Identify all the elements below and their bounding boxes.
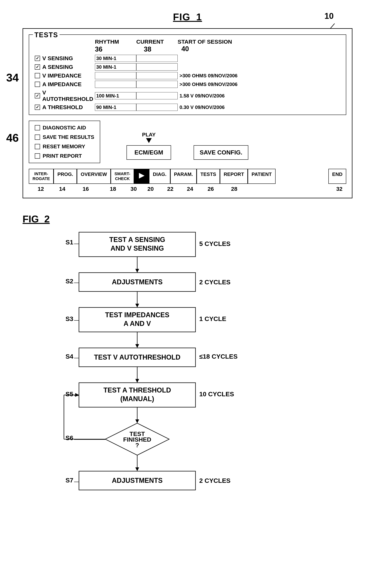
a-impedance-session: >300 OHMS 09/NOV/2006 <box>178 82 340 87</box>
current-header: CURRENT <box>136 39 164 45</box>
svg-text:?: ? <box>135 442 139 449</box>
a-sensing-checkbox[interactable] <box>35 64 40 70</box>
print-report-item: PRINT REPORT <box>35 153 94 159</box>
diagnostic-aid-item: DIAGNOSTIC AID <box>35 125 94 131</box>
v-impedance-label: V IMPEDANCE <box>35 73 95 79</box>
a-sensing-current <box>136 63 178 71</box>
session-header: START OF SESSION <box>178 39 232 45</box>
nav-end[interactable]: END <box>328 169 346 184</box>
save-results-item: SAVE THE RESULTS <box>35 134 94 140</box>
svg-text:S2: S2 <box>65 278 73 285</box>
play-arrow-icon <box>146 138 152 143</box>
v-autothreshold-checkbox[interactable] <box>35 93 40 98</box>
svg-marker-32 <box>135 379 139 383</box>
flowchart-svg: TEST A SENSING AND V SENSING S1 5 CYCLES… <box>41 228 304 588</box>
reset-memory-label: RESET MEMORY <box>43 144 85 150</box>
svg-text:TEST A THRESHOLD: TEST A THRESHOLD <box>103 386 171 394</box>
ref-38: 38 <box>144 45 151 53</box>
nav-smartcheck[interactable]: SMART-CHECK <box>111 169 134 184</box>
a-impedance-label: A IMPEDANCE <box>35 81 95 87</box>
svg-marker-25 <box>135 344 139 348</box>
svg-text:TEST V AUTOTHRESHOLD: TEST V AUTOTHRESHOLD <box>94 353 181 361</box>
svg-text:S7: S7 <box>65 477 73 484</box>
svg-text:(MANUAL): (MANUAL) <box>120 395 154 403</box>
v-impedance-current <box>136 72 178 79</box>
diagnostic-aid-checkbox[interactable] <box>35 125 40 130</box>
v-autothreshold-current <box>136 92 178 99</box>
v-autothreshold-label: V AUTOTHRESHOLD <box>35 89 95 102</box>
nav-play[interactable]: ▶ <box>134 169 149 184</box>
svg-marker-40 <box>135 420 139 423</box>
reset-memory-item: RESET MEMORY <box>35 144 94 150</box>
svg-marker-17 <box>135 304 139 307</box>
a-impedance-checkbox[interactable] <box>35 82 40 87</box>
svg-text:AND V SENSING: AND V SENSING <box>111 244 164 252</box>
svg-text:S1: S1 <box>65 239 73 246</box>
a-impedance-rhythm <box>95 81 136 88</box>
svg-marker-52 <box>135 467 139 471</box>
svg-text:ADJUSTMENTS: ADJUSTMENTS <box>112 278 162 286</box>
play-label: PLAY <box>142 132 156 138</box>
a-threshold-current <box>136 104 178 111</box>
svg-text:2 CYCLES: 2 CYCLES <box>199 477 231 484</box>
a-threshold-label: A THRESHOLD <box>35 104 95 110</box>
v-autothreshold-session: 1.58 V 09/NOV/2006 <box>178 93 340 99</box>
v-sensing-current <box>136 55 178 62</box>
nav-report[interactable]: REPORT <box>220 169 248 184</box>
ecm-egm-button[interactable]: ECM/EGM <box>126 145 171 160</box>
nav-diag[interactable]: DIAG. <box>149 169 170 184</box>
v-impedance-checkbox[interactable] <box>35 73 40 78</box>
fig1-title: FIG_1 <box>0 11 375 22</box>
nav-bar: INTER-ROGATE PROG. OVERVIEW SMART-CHECK … <box>29 169 346 184</box>
brace-34: 34 <box>6 29 19 127</box>
a-threshold-checkbox[interactable] <box>35 105 40 110</box>
nav-interrogate[interactable]: INTER-ROGATE <box>29 169 54 184</box>
a-sensing-label: A SENSING <box>35 64 95 70</box>
svg-text:10 CYCLES: 10 CYCLES <box>199 390 234 398</box>
ref-10: 10 <box>324 11 334 21</box>
nav-patient[interactable]: PATIENT <box>248 169 275 184</box>
v-impedance-rhythm <box>95 72 136 79</box>
nav-refs: 12 14 16 18 30 20 22 24 26 28 32 <box>29 186 346 192</box>
svg-text:ADJUSTMENTS: ADJUSTMENTS <box>112 477 162 484</box>
v-sensing-label: V SENSING <box>35 55 95 62</box>
print-report-checkbox[interactable] <box>35 153 40 159</box>
svg-marker-10 <box>135 269 139 273</box>
svg-text:A AND V: A AND V <box>123 320 151 327</box>
v-sensing-checkbox[interactable] <box>35 56 40 61</box>
a-threshold-rhythm: 90 MIN-1 <box>95 104 136 111</box>
nav-param[interactable]: PARAM. <box>170 169 197 184</box>
fig2-container: FIG_2 TEST A SENSING AND V SENSING S1 5 … <box>22 213 353 588</box>
v-autothreshold-rhythm: 100 MIN-1 <box>95 92 136 99</box>
save-results-checkbox[interactable] <box>35 135 40 140</box>
rhythm-header: RHYTHM <box>95 39 119 45</box>
svg-text:1 CYCLE: 1 CYCLE <box>199 315 226 322</box>
brace-46: 46 <box>6 131 19 144</box>
svg-text:S5: S5 <box>65 390 73 398</box>
svg-marker-50 <box>75 393 79 397</box>
a-threshold-session: 0.30 V 09/NOV/2006 <box>178 105 340 110</box>
a-impedance-current <box>136 81 178 88</box>
reset-memory-checkbox[interactable] <box>35 144 40 149</box>
nav-tests[interactable]: TESTS <box>197 169 220 184</box>
tests-label: TESTS <box>33 31 60 39</box>
options-checkboxes-panel: DIAGNOSTIC AID SAVE THE RESULTS RESET ME… <box>29 121 100 163</box>
fig2-title: FIG_2 <box>22 213 50 225</box>
nav-prog[interactable]: PROG. <box>54 169 77 184</box>
diagnostic-aid-label: DIAGNOSTIC AID <box>43 125 86 131</box>
svg-text:2 CYCLES: 2 CYCLES <box>199 278 231 286</box>
save-results-label: SAVE THE RESULTS <box>43 134 94 140</box>
svg-text:S3: S3 <box>65 315 73 322</box>
v-sensing-rhythm: 30 MIN-1 <box>95 55 136 62</box>
svg-marker-2 <box>146 138 152 143</box>
svg-text:S6: S6 <box>65 434 73 441</box>
nav-overview[interactable]: OVERVIEW <box>77 169 111 184</box>
v-impedance-session: >300 OHMS 09/NOV/2006 <box>178 73 340 79</box>
svg-text:≤18 CYCLES: ≤18 CYCLES <box>199 353 238 360</box>
svg-text:S4: S4 <box>65 353 73 360</box>
save-config-button[interactable]: SAVE CONFIG. <box>194 145 248 160</box>
svg-text:TEST A SENSING: TEST A SENSING <box>109 236 165 243</box>
svg-text:TEST IMPEDANCES: TEST IMPEDANCES <box>105 311 169 319</box>
print-report-label: PRINT REPORT <box>43 153 82 159</box>
a-sensing-rhythm: 30 MIN-1 <box>95 63 136 71</box>
